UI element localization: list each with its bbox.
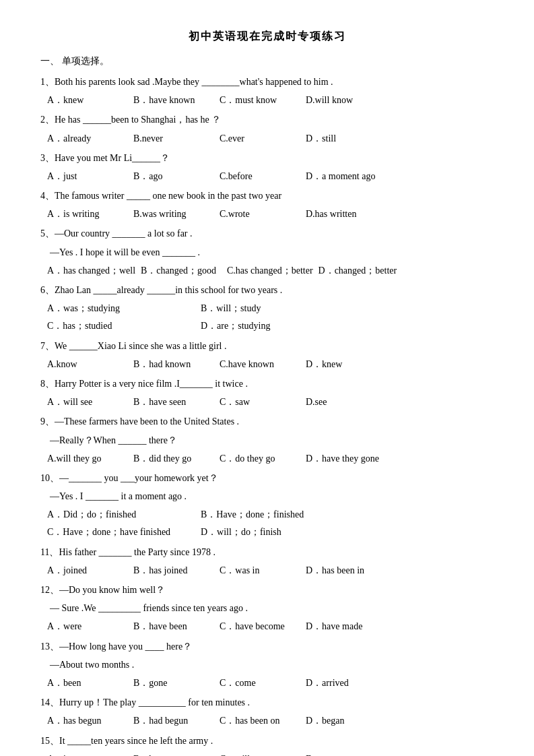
option-9-0: A.will they go	[47, 450, 128, 467]
option-10-3: D．will；do；finish	[201, 524, 349, 540]
options-10: A．Did；do；finishedB．Have；done；finishedC．H…	[47, 506, 494, 540]
options-3: A．justB．agoC.beforeD．a moment ago	[47, 168, 494, 185]
question-text-5: 5、—Our country _______ a lot so far .	[40, 225, 494, 242]
options-6: A．was；studyingB．will；studyC．has；studiedD…	[47, 300, 494, 334]
option-4-0: A．is writing	[47, 206, 128, 222]
option-9-1: B．did they go	[133, 450, 214, 467]
option-12-3: D．have made	[306, 618, 387, 635]
options-13: A．beenB．goneC．comeD．arrived	[47, 674, 494, 691]
option-11-2: C．was in	[220, 562, 300, 579]
option-3-3: D．a moment ago	[306, 168, 387, 185]
option-8-2: C．saw	[220, 393, 300, 410]
question-1: 1、Both his parents look sad .Maybe they …	[40, 73, 494, 108]
options-2: A．alreadyB.neverC.everD．still	[47, 130, 494, 147]
question-4: 4、The famous writer _____ one new book i…	[40, 187, 494, 222]
question-10: 10、—_______ you ___your homework yet？—Ye…	[40, 470, 494, 541]
question-text-13: 13、—How long have you ____ here？	[40, 638, 494, 655]
option-14-3: D．began	[306, 712, 387, 729]
option-3-2: C.before	[220, 168, 300, 185]
option-1-2: C．must know	[220, 92, 300, 108]
question-text-6: 6、Zhao Lan _____already ______in this sc…	[40, 282, 494, 298]
option-5-0: A．has changed；well	[47, 262, 135, 279]
option-1-1: B．have known	[133, 92, 214, 108]
option-11-0: A．joined	[47, 562, 128, 579]
option-6-1: B．will；study	[201, 300, 349, 317]
option-2-1: B.never	[133, 130, 214, 147]
option-5-1: B．changed；good	[141, 262, 222, 279]
option-2-2: C.ever	[220, 130, 300, 147]
question-subtext-5: —Yes . I hope it will be even _______ .	[50, 244, 494, 261]
option-5-2: C.has changed；better	[227, 262, 313, 279]
option-8-1: B．have seen	[133, 393, 214, 410]
option-15-0: A．is	[47, 751, 128, 756]
option-9-3: D．have they gone	[306, 450, 387, 467]
question-text-12: 12、—Do you know him well？	[40, 581, 494, 598]
options-1: A．knewB．have knownC．must knowD.will know	[47, 92, 494, 108]
question-text-4: 4、The famous writer _____ one new book i…	[40, 187, 494, 204]
question-text-10: 10、—_______ you ___your homework yet？	[40, 470, 494, 486]
question-text-3: 3、Have you met Mr Li______？	[40, 150, 494, 166]
option-5-3: D．changed；better	[319, 262, 399, 279]
option-2-0: A．already	[47, 130, 128, 147]
option-4-3: D.has written	[306, 206, 387, 222]
option-15-3: D．was	[306, 751, 387, 756]
option-7-3: D．knew	[306, 356, 387, 373]
question-5: 5、—Our country _______ a lot so far .—Ye…	[40, 225, 494, 279]
question-12: 12、—Do you know him well？— Sure .We ____…	[40, 581, 494, 635]
question-subtext-13: —About two months .	[50, 656, 494, 673]
option-8-3: D.see	[306, 393, 387, 410]
question-text-11: 11、His father _______ the Party since 19…	[40, 544, 494, 561]
option-11-1: B．has joined	[133, 562, 214, 579]
question-text-2: 2、He has ______been to Shanghai，has he ？	[40, 111, 494, 128]
option-6-2: C．has；studied	[47, 317, 195, 334]
option-10-0: A．Did；do；finished	[47, 506, 195, 523]
option-2-3: D．still	[306, 130, 387, 147]
question-text-9: 9、—These farmers have been to the United…	[40, 413, 494, 430]
options-11: A．joinedB．has joinedC．was inD．has been i…	[47, 562, 494, 579]
question-text-1: 1、Both his parents look sad .Maybe they …	[40, 73, 494, 90]
options-15: A．isB．hasC．willD．was	[47, 751, 494, 756]
question-3: 3、Have you met Mr Li______？A．justB．agoC.…	[40, 150, 494, 185]
question-11: 11、His father _______ the Party since 19…	[40, 544, 494, 579]
option-13-3: D．arrived	[306, 674, 387, 691]
option-4-1: B.was writing	[133, 206, 214, 222]
question-subtext-10: —Yes . I _______ it a moment ago .	[50, 488, 494, 505]
question-subtext-12: — Sure .We _________ friends since ten y…	[50, 600, 494, 617]
options-12: A．wereB．have beenC．have becomeD．have mad…	[47, 618, 494, 635]
option-14-2: C．has been on	[220, 712, 300, 729]
option-6-3: D．are；studying	[201, 317, 349, 334]
option-15-1: B．has	[133, 751, 214, 756]
options-4: A．is writingB.was writingC.wroteD.has wr…	[47, 206, 494, 222]
option-13-0: A．been	[47, 674, 128, 691]
option-10-2: C．Have；done；have finished	[47, 524, 195, 540]
option-13-1: B．gone	[133, 674, 214, 691]
option-14-0: A．has begun	[47, 712, 128, 729]
question-13: 13、—How long have you ____ here？—About t…	[40, 638, 494, 692]
question-text-8: 8、Harry Potter is a very nice film .I___…	[40, 375, 494, 392]
question-text-15: 15、It _____ten years since he left the a…	[40, 732, 494, 749]
option-1-0: A．knew	[47, 92, 128, 108]
question-text-14: 14、Hurry up！The play __________ for ten …	[40, 694, 494, 711]
question-2: 2、He has ______been to Shanghai，has he ？…	[40, 111, 494, 146]
option-4-2: C.wrote	[220, 206, 300, 222]
section-header: 一、 单项选择。	[40, 53, 494, 69]
options-7: A.knowB．had knownC.have knownD．knew	[47, 356, 494, 373]
questions-container: 1、Both his parents look sad .Maybe they …	[40, 73, 494, 756]
option-3-0: A．just	[47, 168, 128, 185]
option-15-2: C．will	[220, 751, 300, 756]
question-text-7: 7、We ______Xiao Li since she was a littl…	[40, 338, 494, 354]
question-14: 14、Hurry up！The play __________ for ten …	[40, 694, 494, 729]
options-14: A．has begunB．had begunC．has been onD．beg…	[47, 712, 494, 729]
option-8-0: A．will see	[47, 393, 128, 410]
question-8: 8、Harry Potter is a very nice film .I___…	[40, 375, 494, 410]
question-7: 7、We ______Xiao Li since she was a littl…	[40, 338, 494, 373]
question-6: 6、Zhao Lan _____already ______in this sc…	[40, 282, 494, 335]
option-11-3: D．has been in	[306, 562, 387, 579]
question-subtext-9: —Really？When ______ there？	[50, 432, 494, 449]
option-12-1: B．have been	[133, 618, 214, 635]
option-7-2: C.have known	[220, 356, 300, 373]
option-12-0: A．were	[47, 618, 128, 635]
option-13-2: C．come	[220, 674, 300, 691]
option-3-1: B．ago	[133, 168, 214, 185]
options-5: A．has changed；wellB．changed；goodC.has ch…	[47, 262, 494, 279]
